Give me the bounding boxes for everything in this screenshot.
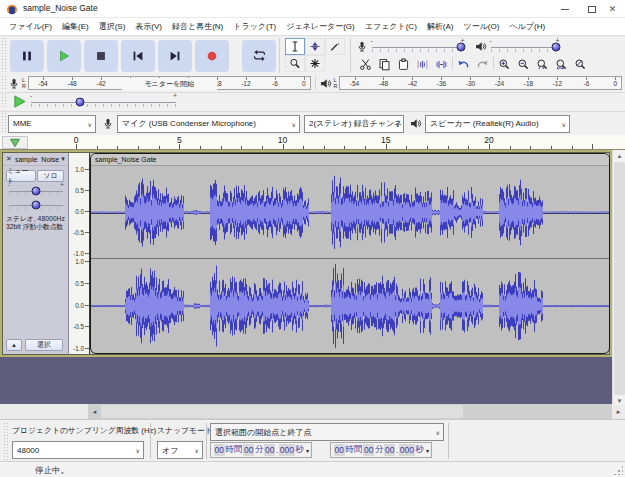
waveform-channel-right[interactable] bbox=[91, 259, 609, 353]
track-name[interactable]: sample_Noise bbox=[15, 156, 60, 163]
collapse-track-button[interactable]: ▲ bbox=[6, 339, 22, 351]
playback-device-select[interactable]: スピーカー (Realtek(R) Audio)∨ bbox=[425, 115, 570, 133]
scroll-right-icon[interactable]: ▸ bbox=[612, 404, 625, 419]
menu-ジェネレーター(G)[interactable]: ジェネレーター(G) bbox=[281, 19, 360, 34]
zoom-out-button[interactable] bbox=[514, 57, 533, 73]
track-pan-slider[interactable] bbox=[9, 199, 63, 211]
menu-ファイル(F)[interactable]: ファイル(F) bbox=[4, 19, 57, 34]
play-speed-thumb[interactable] bbox=[76, 97, 85, 106]
stop-button[interactable] bbox=[84, 40, 118, 72]
draw-tool-button[interactable] bbox=[325, 38, 345, 55]
selection-end-time-field[interactable]: 00時間00分00.000秒▾ bbox=[330, 442, 432, 458]
time-digit-group[interactable]: 00 bbox=[334, 444, 345, 456]
redo-button[interactable] bbox=[473, 57, 492, 73]
menu-エフェクト(C)[interactable]: エフェクト(C) bbox=[360, 19, 422, 34]
track-gain-slider[interactable]: -+ bbox=[9, 185, 63, 197]
menu-表示(V)[interactable]: 表示(V) bbox=[130, 19, 167, 34]
menu-ヘルプ(H)[interactable]: ヘルプ(H) bbox=[504, 19, 550, 34]
vertical-scroll-thumb[interactable] bbox=[614, 162, 625, 395]
toolbar-grip[interactable] bbox=[2, 94, 7, 109]
pinned-play-head-button[interactable] bbox=[2, 136, 28, 149]
menu-トラック(T)[interactable]: トラック(T) bbox=[228, 19, 281, 34]
time-digit-group[interactable]: 000 bbox=[399, 444, 415, 456]
scale-tick bbox=[85, 211, 89, 212]
zoom-in-button[interactable] bbox=[495, 57, 514, 73]
minimize-button[interactable] bbox=[552, 0, 577, 18]
ruler-tick bbox=[262, 146, 263, 149]
snap-mode-select[interactable]: オフ∨ bbox=[157, 441, 203, 459]
play-button[interactable] bbox=[47, 40, 81, 72]
selection-range-mode-select[interactable]: 選択範囲の開始点と終了点∨ bbox=[210, 423, 444, 441]
track-close-icon[interactable]: ✕ bbox=[3, 155, 15, 163]
record-volume-slider[interactable]: -+ bbox=[372, 41, 464, 53]
title-bar[interactable]: sample_Noise Gate ✕ bbox=[0, 0, 625, 18]
time-format-menu-icon[interactable]: ▾ bbox=[426, 447, 429, 454]
scroll-left-icon[interactable]: ◂ bbox=[88, 404, 101, 419]
play-speed-slider[interactable]: -+ bbox=[31, 96, 176, 108]
selection-tool-button[interactable] bbox=[285, 38, 305, 55]
vertical-scrollbar[interactable]: ▲ ▼ bbox=[612, 150, 625, 407]
record-button[interactable] bbox=[195, 40, 229, 72]
waveform-channel-left[interactable] bbox=[91, 167, 609, 258]
recording-channels-select[interactable]: 2(ステレオ) 録音チャンネル∨ bbox=[304, 115, 404, 133]
menu-ツール(O)[interactable]: ツール(O) bbox=[458, 19, 504, 34]
project-rate-select[interactable]: 48000∨ bbox=[12, 441, 144, 459]
selection-start-time-field[interactable]: 00時間00分00.000秒▾ bbox=[210, 442, 312, 458]
menu-選択(S)[interactable]: 選択(S) bbox=[94, 19, 131, 34]
recording-device-select[interactable]: マイク (USB Condenser Microphone)∨ bbox=[117, 115, 300, 133]
pan-thumb[interactable] bbox=[32, 201, 41, 210]
time-digit-group[interactable]: 00 bbox=[264, 444, 275, 456]
track-menu-icon[interactable]: ▼ bbox=[60, 156, 68, 162]
timeline-ruler[interactable]: 05101520 bbox=[0, 135, 625, 150]
cut-button[interactable] bbox=[356, 57, 375, 73]
clip-header[interactable]: sample_Noise Gate bbox=[91, 154, 609, 166]
time-digit-group[interactable]: 00 bbox=[363, 444, 374, 456]
copy-button[interactable] bbox=[375, 57, 394, 73]
fit-selection-button[interactable] bbox=[533, 57, 552, 73]
playback-volume-slider[interactable]: -+ bbox=[491, 41, 559, 53]
playback-meter[interactable]: -54-48-42-36-30-24-18-12-60 bbox=[339, 76, 622, 90]
toolbar-grip[interactable] bbox=[4, 423, 9, 461]
time-digit-group[interactable]: 00 bbox=[214, 444, 225, 456]
pause-button[interactable] bbox=[10, 40, 44, 72]
select-track-button[interactable]: 選択 bbox=[25, 339, 63, 351]
menu-編集(E)[interactable]: 編集(E) bbox=[57, 19, 94, 34]
audio-host-select[interactable]: MME∨ bbox=[8, 115, 96, 133]
skip-to-end-button[interactable] bbox=[158, 40, 192, 72]
undo-button[interactable] bbox=[454, 57, 473, 73]
multi-tool-button[interactable] bbox=[305, 55, 325, 72]
close-button[interactable]: ✕ bbox=[600, 0, 625, 18]
skip-to-start-button[interactable] bbox=[121, 40, 155, 72]
time-digit-group[interactable]: 00 bbox=[384, 444, 395, 456]
zoom-tool-button[interactable] bbox=[285, 55, 305, 72]
paste-button[interactable] bbox=[394, 57, 413, 73]
time-format-menu-icon[interactable]: ▾ bbox=[306, 447, 309, 454]
time-digit-group[interactable]: 000 bbox=[279, 444, 295, 456]
vertical-scale-ruler[interactable]: 1.00.50.0-0.5-1.01.00.50.0-0.5-1.0 bbox=[69, 153, 90, 354]
fit-project-button[interactable] bbox=[552, 57, 571, 73]
trim-outside-selection-button[interactable] bbox=[413, 57, 432, 73]
toolbar-grip[interactable] bbox=[2, 38, 7, 73]
horizontal-scrollbar[interactable]: ◂ ▸ bbox=[0, 404, 625, 419]
play-at-speed-icon[interactable] bbox=[12, 94, 27, 109]
record-volume-thumb[interactable] bbox=[456, 42, 465, 51]
time-digit-group[interactable]: 00 bbox=[243, 444, 254, 456]
monitor-start-text[interactable]: モニターを開始 bbox=[122, 78, 217, 90]
gain-thumb[interactable] bbox=[32, 187, 41, 196]
scroll-up-icon[interactable]: ▲ bbox=[613, 150, 625, 162]
toolbar-grip[interactable] bbox=[2, 113, 7, 134]
recording-meter[interactable]: -54-48-42-36-30-24-18-12-60モニターを開始 bbox=[28, 76, 311, 90]
horizontal-scroll-thumb[interactable] bbox=[101, 405, 463, 418]
window-resize-grip[interactable] bbox=[613, 465, 623, 475]
zoom-toggle-button[interactable] bbox=[571, 57, 590, 73]
playback-volume-thumb[interactable] bbox=[552, 42, 561, 51]
audio-clip[interactable]: sample_Noise Gate bbox=[90, 153, 610, 354]
silence-selection-button[interactable] bbox=[432, 57, 451, 73]
menu-解析(A)[interactable]: 解析(A) bbox=[422, 19, 459, 34]
mute-button[interactable]: ミュート bbox=[6, 170, 36, 182]
menu-録音と再生(N)[interactable]: 録音と再生(N) bbox=[167, 19, 228, 34]
envelope-tool-button[interactable] bbox=[305, 38, 325, 55]
loop-button[interactable] bbox=[242, 40, 276, 72]
toolbar-grip[interactable] bbox=[2, 76, 7, 90]
device-toolbar: MME∨ マイク (USB Condenser Microphone)∨ 2(ス… bbox=[0, 111, 625, 135]
